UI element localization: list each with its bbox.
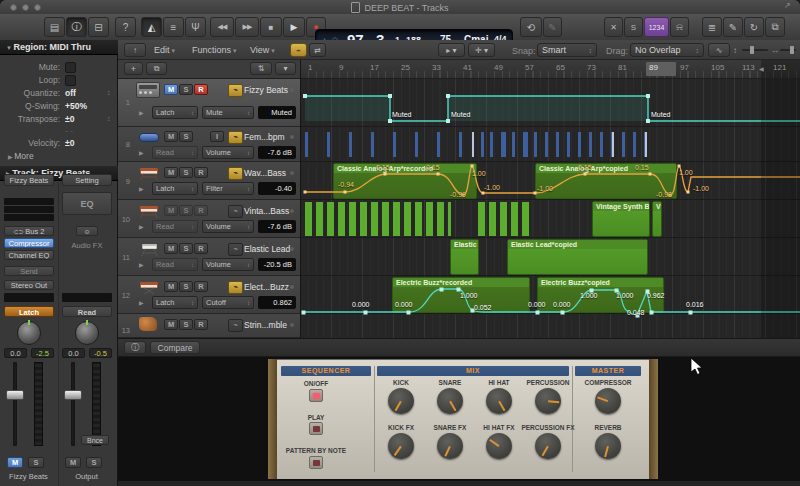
volume-value[interactable]: -0.5 bbox=[89, 348, 112, 358]
bounce-button[interactable]: Bnce bbox=[81, 435, 109, 445]
track-on-indicator[interactable] bbox=[290, 247, 294, 251]
track-name[interactable]: Elect...Buzz bbox=[244, 282, 290, 292]
automation-param-dropdown[interactable]: Filter bbox=[202, 182, 254, 195]
track-mute-button[interactable]: M bbox=[164, 84, 178, 95]
automation-mode-dropdown[interactable]: Read bbox=[152, 220, 198, 233]
track-mute-button[interactable]: M bbox=[164, 131, 178, 142]
track-automation-icon[interactable]: ⌁ bbox=[228, 243, 243, 256]
track-solo-button[interactable]: S bbox=[179, 205, 193, 216]
track-mute-button[interactable]: M bbox=[164, 243, 178, 254]
automation-param-dropdown[interactable]: Volume bbox=[202, 258, 254, 271]
plugin-info-button[interactable]: ⓘ bbox=[124, 341, 146, 354]
note-pads-button[interactable]: ✎ bbox=[723, 17, 743, 37]
more-disclosure[interactable]: ▶ More bbox=[8, 151, 34, 161]
track-solo-button[interactable]: S bbox=[179, 167, 193, 178]
secondary-tool-button[interactable]: ✛ ▾ bbox=[468, 43, 495, 57]
automation-mode-dropdown[interactable]: Latch bbox=[152, 182, 198, 195]
insert-slot[interactable] bbox=[4, 198, 54, 205]
reverb-knob[interactable] bbox=[595, 433, 621, 459]
region-inspector-header[interactable]: ▼ Region: MIDI Thru bbox=[0, 40, 118, 55]
compare-button[interactable]: Compare bbox=[150, 341, 200, 354]
audio-waveform-icon[interactable] bbox=[139, 133, 159, 142]
track-solo-button[interactable]: S bbox=[179, 131, 193, 142]
eq-thumbnail-button[interactable]: EQ bbox=[62, 192, 112, 215]
track-automation-icon[interactable]: ⌁ bbox=[228, 205, 243, 218]
automation-param-dropdown[interactable]: Volume bbox=[202, 220, 254, 233]
count-in-button[interactable]: 1234 bbox=[644, 17, 669, 37]
tuner-button[interactable]: Ψ bbox=[185, 17, 206, 37]
channel-mute-button[interactable]: M bbox=[65, 457, 81, 468]
play-button[interactable]: ▶ bbox=[283, 17, 305, 37]
percussion-knob[interactable] bbox=[535, 388, 561, 414]
group-slot[interactable] bbox=[4, 293, 54, 302]
list-editors-button[interactable]: ≣ bbox=[702, 17, 722, 37]
disclosure-right-icon[interactable]: ▶ bbox=[139, 185, 144, 192]
master-solo-button[interactable]: S bbox=[624, 17, 643, 37]
channel-mute-button[interactable]: M bbox=[7, 457, 23, 468]
insert-channel-eq[interactable]: Channel EQ bbox=[4, 250, 54, 260]
quick-help-button[interactable]: ? bbox=[115, 17, 136, 37]
track-mute-button[interactable]: M bbox=[164, 281, 178, 292]
metronome-button[interactable]: ◭ bbox=[141, 17, 162, 37]
drum-machine-icon[interactable] bbox=[136, 82, 160, 98]
track-mute-button[interactable]: M bbox=[164, 167, 178, 178]
slider-thumb[interactable] bbox=[750, 46, 754, 54]
transpose-value[interactable]: ±0 bbox=[65, 114, 74, 124]
track-name[interactable]: Fizzy Beats bbox=[244, 85, 290, 95]
kick-knob[interactable] bbox=[388, 388, 414, 414]
track-automation-icon[interactable]: ⌁ bbox=[228, 319, 243, 332]
pan-value[interactable]: 0.0 bbox=[62, 348, 85, 358]
bar-ruler[interactable]: ◀ 1 9 17 25 33 41 49 57 65 73 81 89 97 1… bbox=[300, 60, 800, 79]
automation-value[interactable]: -20.5 dB bbox=[258, 258, 296, 271]
sequencer-play-button[interactable] bbox=[309, 422, 323, 435]
track-record-button[interactable]: R bbox=[194, 319, 208, 330]
automation-param-dropdown[interactable]: Mute bbox=[202, 106, 254, 119]
disclosure-right-icon[interactable]: ▶ bbox=[139, 149, 144, 156]
fullscreen-icon[interactable]: ↗ bbox=[784, 1, 791, 10]
track-mute-button[interactable]: M bbox=[164, 319, 178, 330]
track-name[interactable]: Fem...bpm bbox=[244, 132, 290, 142]
track-sort-button[interactable]: ⇅ bbox=[250, 62, 272, 75]
automation-mode-read[interactable]: Read bbox=[62, 306, 112, 317]
pan-knob[interactable] bbox=[17, 321, 41, 345]
channel-solo-button[interactable]: S bbox=[86, 457, 102, 468]
pattern-by-note-button[interactable] bbox=[309, 456, 323, 469]
fader-cap[interactable] bbox=[6, 390, 24, 400]
strings-icon[interactable] bbox=[139, 317, 157, 331]
automation-mode-dropdown[interactable]: Read bbox=[152, 258, 198, 271]
hi-hat-knob[interactable] bbox=[486, 388, 512, 414]
automation-mode-dropdown[interactable]: Latch bbox=[152, 296, 198, 309]
track-name[interactable]: Strin...mble bbox=[244, 320, 290, 330]
track-name[interactable]: Elastic Lead bbox=[244, 244, 290, 254]
track-mute-button[interactable]: M bbox=[164, 205, 178, 216]
master-mute-button[interactable]: ✕ bbox=[604, 17, 623, 37]
track-record-button[interactable]: R bbox=[194, 243, 208, 254]
gain-reduction-button[interactable]: ⊙ bbox=[76, 226, 98, 236]
track-automation-icon[interactable]: ⌁ bbox=[228, 84, 243, 97]
toolbar-toggle-button[interactable]: ⊟ bbox=[88, 17, 109, 37]
track-on-indicator[interactable] bbox=[290, 171, 294, 175]
catch-playhead-button[interactable]: ↑ bbox=[124, 43, 146, 57]
stepper-icon[interactable]: ↕ bbox=[107, 89, 111, 96]
track-on-indicator[interactable] bbox=[290, 88, 294, 92]
track-header-options-button[interactable]: ▾ bbox=[275, 62, 296, 75]
track-on-indicator[interactable] bbox=[290, 135, 294, 139]
volume-value[interactable]: -2.5 bbox=[31, 348, 54, 358]
duplicate-track-button[interactable]: ⧉ bbox=[146, 62, 167, 75]
velocity-value[interactable]: ±0 bbox=[65, 138, 74, 148]
drag-dropdown[interactable]: No Overlap bbox=[630, 43, 704, 57]
snare-fx-knob[interactable] bbox=[437, 433, 463, 459]
pan-knob[interactable] bbox=[75, 321, 99, 345]
insert-compressor[interactable]: Compressor bbox=[4, 238, 54, 248]
metronome-click-button[interactable]: ⍾ bbox=[670, 17, 689, 37]
functions-menu[interactable]: Functions bbox=[192, 45, 237, 55]
qswing-value[interactable]: +50% bbox=[65, 101, 87, 111]
waveform-zoom-button[interactable]: ∿ bbox=[708, 43, 730, 57]
automation-value[interactable]: -0.40 bbox=[258, 182, 296, 195]
automation-value[interactable]: -7.6 dB bbox=[258, 146, 296, 159]
setting-button[interactable]: Setting bbox=[62, 174, 112, 186]
drag-mode-button[interactable]: ⇄ bbox=[309, 43, 326, 57]
automation-mode-dropdown[interactable]: Latch bbox=[152, 106, 198, 119]
kick-fx-knob[interactable] bbox=[388, 433, 414, 459]
track-input-monitor-button[interactable]: I bbox=[210, 131, 224, 142]
